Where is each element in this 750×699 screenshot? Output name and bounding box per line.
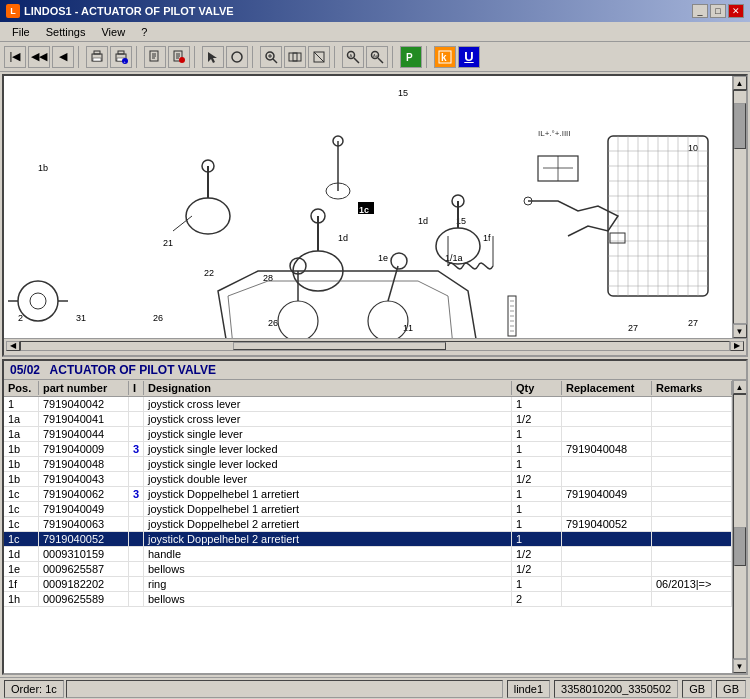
maximize-button[interactable]: □ <box>710 4 726 18</box>
svg-text:31: 31 <box>76 313 86 323</box>
td-remarks <box>652 532 732 546</box>
status-middle <box>66 680 503 698</box>
td-remarks <box>652 592 732 606</box>
menu-view[interactable]: View <box>93 24 133 40</box>
td-part-number: 7919040041 <box>39 412 129 426</box>
td-pos: 1 <box>4 397 39 411</box>
svg-text:1d: 1d <box>338 233 348 243</box>
menu-settings[interactable]: Settings <box>38 24 94 40</box>
td-designation: joystick Doppelhebel 1 arretiert <box>144 487 512 501</box>
td-designation: joystick cross lever <box>144 412 512 426</box>
svg-rect-1 <box>94 51 100 54</box>
toolbar-btn-green[interactable]: P <box>400 46 422 68</box>
td-indicator <box>129 397 144 411</box>
toolbar-btn-search2[interactable]: Az <box>366 46 388 68</box>
td-replacement <box>562 547 652 561</box>
toolbar-btn-print2[interactable]: + <box>110 46 132 68</box>
toolbar-btn-search1[interactable]: A <box>342 46 364 68</box>
td-part-number: 0009182202 <box>39 577 129 591</box>
toolbar-btn-prev-prev[interactable]: ◀◀ <box>28 46 50 68</box>
table-row[interactable]: 1c 7919040063 joystick Doppelhebel 2 arr… <box>4 517 732 532</box>
td-designation: joystick single lever locked <box>144 457 512 471</box>
parts-vscroll-down[interactable]: ▼ <box>733 659 747 673</box>
table-row[interactable]: 1c 7919040052 joystick Doppelhebel 2 arr… <box>4 532 732 547</box>
td-designation: joystick Doppelhebel 1 arretiert <box>144 502 512 516</box>
toolbar-btn-doc1[interactable] <box>144 46 166 68</box>
drawing-vscrollbar[interactable]: ▲ ▼ <box>732 76 746 338</box>
svg-rect-2 <box>93 58 101 61</box>
toolbar-btn-box1[interactable] <box>284 46 306 68</box>
table-row[interactable]: 1a 7919040041 joystick cross lever 1/2 <box>4 412 732 427</box>
toolbar-btn-orange[interactable]: k <box>434 46 456 68</box>
td-part-number: 7919040009 <box>39 442 129 456</box>
hscroll-track[interactable] <box>20 341 730 351</box>
svg-text:27: 27 <box>688 318 698 328</box>
minimize-button[interactable]: _ <box>692 4 708 18</box>
toolbar-btn-prev[interactable]: ◀ <box>52 46 74 68</box>
menu-help[interactable]: ? <box>133 24 155 40</box>
table-row[interactable]: 1d 0009310159 handle 1/2 <box>4 547 732 562</box>
vscroll-track[interactable] <box>733 90 747 324</box>
app-icon: L <box>6 4 20 18</box>
toolbar-btn-blue-u[interactable]: U <box>458 46 480 68</box>
toolbar-separator-4 <box>252 46 256 68</box>
table-row[interactable]: 1 7919040042 joystick cross lever 1 <box>4 397 732 412</box>
td-qty: 1/2 <box>512 547 562 561</box>
svg-line-31 <box>378 58 383 63</box>
vscroll-thumb[interactable] <box>734 103 746 149</box>
toolbar-btn-doc2[interactable] <box>168 46 190 68</box>
parts-vscroll-up[interactable]: ▲ <box>733 380 747 394</box>
table-row[interactable]: 1b 7919040009 3 joystick single lever lo… <box>4 442 732 457</box>
main-area: 15 10 1b 1c 1c 1d 15 1f 1d 1e 1/1a 21 28… <box>0 72 750 677</box>
svg-text:P: P <box>406 52 413 63</box>
td-remarks <box>652 397 732 411</box>
parts-vscrollbar[interactable]: ▲ ▼ <box>732 380 746 673</box>
toolbar-btn-zoom-in[interactable] <box>260 46 282 68</box>
td-replacement <box>562 412 652 426</box>
td-remarks: 06/2013|=> <box>652 577 732 591</box>
table-row[interactable]: 1b 7919040043 joystick double lever 1/2 <box>4 472 732 487</box>
svg-text:10: 10 <box>688 143 698 153</box>
td-part-number: 0009625587 <box>39 562 129 576</box>
td-remarks <box>652 457 732 471</box>
toolbar-separator-6 <box>392 46 396 68</box>
hscroll-right[interactable]: ▶ <box>730 341 744 351</box>
table-row[interactable]: 1h 0009625589 bellows 2 <box>4 592 732 607</box>
table-row[interactable]: 1c 7919040049 joystick Doppelhebel 1 arr… <box>4 502 732 517</box>
hscroll-thumb[interactable] <box>233 342 445 350</box>
table-row[interactable]: 1e 0009625587 bellows 1/2 <box>4 562 732 577</box>
toolbar-btn-first[interactable]: |◀ <box>4 46 26 68</box>
td-designation: bellows <box>144 562 512 576</box>
toolbar-btn-print1[interactable] <box>86 46 108 68</box>
status-lang1: GB <box>682 680 712 698</box>
td-replacement: 7919040052 <box>562 517 652 531</box>
table-row[interactable]: 1a 7919040044 joystick single lever 1 <box>4 427 732 442</box>
table-body[interactable]: 1 7919040042 joystick cross lever 1 1a 7… <box>4 397 732 673</box>
status-lang2: GB <box>716 680 746 698</box>
svg-line-26 <box>314 52 324 62</box>
drawing-canvas[interactable]: 15 10 1b 1c 1c 1d 15 1f 1d 1e 1/1a 21 28… <box>4 76 732 338</box>
toolbar-btn-cursor[interactable] <box>202 46 224 68</box>
td-qty: 1/2 <box>512 472 562 486</box>
table-row[interactable]: 1b 7919040048 joystick single lever lock… <box>4 457 732 472</box>
svg-marker-17 <box>208 52 217 63</box>
parts-vscroll-track[interactable] <box>733 394 747 659</box>
drawing-hscrollbar[interactable]: ◀ ▶ <box>4 338 746 352</box>
td-remarks <box>652 442 732 456</box>
toolbar-btn-box2[interactable] <box>308 46 330 68</box>
toolbar-separator-7 <box>426 46 430 68</box>
table-row[interactable]: 1c 7919040062 3 joystick Doppelhebel 1 a… <box>4 487 732 502</box>
toolbar-btn-circle[interactable] <box>226 46 248 68</box>
vscroll-down[interactable]: ▼ <box>733 324 747 338</box>
menu-file[interactable]: File <box>4 24 38 40</box>
parts-with-scroll: Pos. part number I Designation Qty Repla… <box>4 380 746 673</box>
td-pos: 1a <box>4 412 39 426</box>
title-bar: L LINDOS1 - ACTUATOR OF PILOT VALVE _ □ … <box>0 0 750 22</box>
td-indicator <box>129 577 144 591</box>
hscroll-left[interactable]: ◀ <box>6 341 20 351</box>
vscroll-up[interactable]: ▲ <box>733 76 747 90</box>
td-qty: 1 <box>512 517 562 531</box>
table-row[interactable]: 1f 0009182202 ring 1 06/2013|=> <box>4 577 732 592</box>
parts-vscroll-thumb[interactable] <box>734 527 746 566</box>
close-button[interactable]: ✕ <box>728 4 744 18</box>
